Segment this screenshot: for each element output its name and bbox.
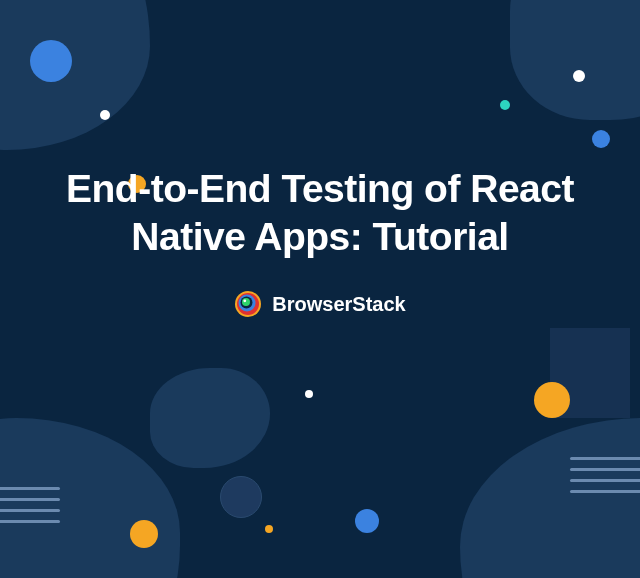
circle-icon	[220, 476, 262, 518]
circle-icon	[355, 509, 379, 533]
circle-icon	[130, 520, 158, 548]
circle-icon	[100, 110, 110, 120]
content-block: End-to-End Testing of React Native Apps:…	[0, 165, 640, 322]
svg-point-5	[244, 300, 247, 303]
circle-icon	[573, 70, 585, 82]
blob-shape	[0, 0, 150, 150]
lines-decoration	[570, 457, 640, 493]
circle-icon	[265, 525, 273, 533]
brand-row: BrowserStack	[234, 290, 405, 318]
brand-name: BrowserStack	[272, 293, 405, 316]
svg-point-4	[242, 298, 250, 306]
blob-shape	[460, 418, 640, 578]
circle-icon	[534, 382, 570, 418]
circle-icon	[592, 130, 610, 148]
circle-icon	[305, 390, 313, 398]
circle-icon	[500, 100, 510, 110]
promo-graphic: End-to-End Testing of React Native Apps:…	[0, 0, 640, 578]
browserstack-logo-icon	[234, 290, 262, 318]
blob-shape	[510, 0, 640, 120]
blob-shape	[150, 368, 270, 468]
circle-icon	[30, 40, 72, 82]
lines-decoration	[0, 487, 60, 523]
headline: End-to-End Testing of React Native Apps:…	[60, 165, 580, 260]
